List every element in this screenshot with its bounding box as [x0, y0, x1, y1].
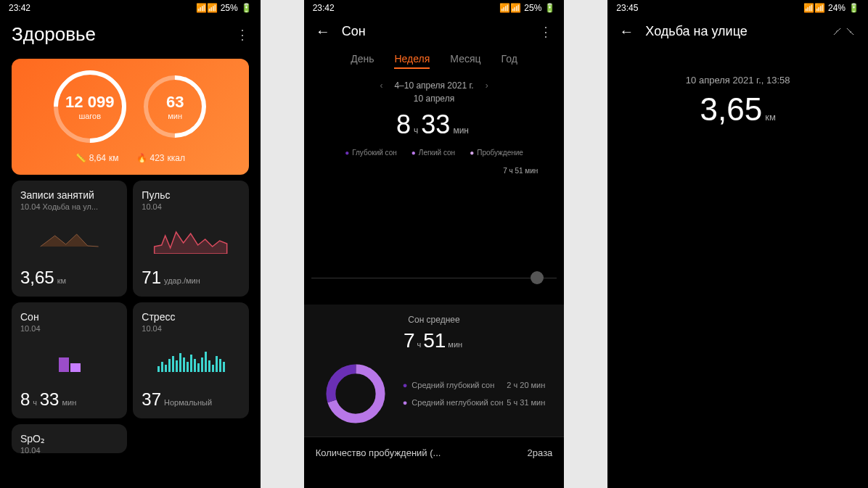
chart-legend: Глубокий сон Легкий сон Пробуждение [304, 149, 565, 157]
status-bar: 23:45 📶📶24%🔋 [607, 0, 868, 16]
chart-x-labels [311, 278, 557, 284]
card-pulse[interactable]: Пульс 10.04 71удар./мин [133, 181, 248, 297]
steps-gauge: 12 099 шагов [39, 55, 142, 157]
walk-distance: 3,65км [607, 91, 868, 128]
chevron-left-icon[interactable]: ‹ [380, 80, 382, 91]
status-bar: 23:42 📶📶25%🔋 [0, 0, 261, 16]
back-icon[interactable]: ← [316, 23, 330, 40]
phone-sleep: 23:42 📶📶25%🔋 ← Сон ⋮ ДеньНеделяМесяцГод … [304, 0, 565, 488]
status-bar: 23:42 📶📶25%🔋 [304, 0, 565, 16]
header: ← Сон ⋮ [304, 16, 565, 47]
header: Здоровье ⋮ [0, 16, 261, 53]
card-spo2[interactable]: SpO₂ 10.04 [12, 424, 127, 453]
tab-Неделя[interactable]: Неделя [394, 53, 430, 69]
status-right: 📶📶25%🔋 [196, 3, 252, 13]
selected-date: 10 апреля [304, 94, 565, 104]
phone-health: 23:42 📶📶25%🔋 Здоровье ⋮ 12 099 шагов 63 … [0, 0, 261, 488]
date-range[interactable]: ‹ 4–10 апреля 2021 г. › [304, 80, 565, 91]
card-stress[interactable]: Стресс 10.04 37Нормальный [133, 302, 248, 418]
walk-date: 10 апреля 2021 г., 13:58 [607, 75, 868, 86]
status-time: 23:45 [616, 3, 638, 13]
tab-День[interactable]: День [351, 53, 374, 69]
more-icon[interactable]: ⋮ [539, 24, 552, 40]
chevron-right-icon[interactable]: › [486, 80, 488, 91]
card-sleep[interactable]: Сон 10.04 8ч 33мин [12, 302, 127, 418]
phone-walking: 23:45 📶📶24%🔋 ← Ходьба на улице ⟋⟍ 10 апр… [607, 0, 868, 488]
sleep-donut-chart [323, 361, 388, 426]
minutes-gauge: 63 мин [131, 62, 220, 151]
header: ← Ходьба на улице ⟋⟍ [607, 16, 868, 47]
page-title: Здоровье [12, 23, 224, 46]
hero-distance: 📏 8,64 км [75, 153, 119, 163]
page-title: Сон [342, 24, 528, 39]
status-time: 23:42 [9, 3, 30, 13]
period-tabs: ДеньНеделяМесяцГод [304, 47, 565, 75]
stress-chart [157, 350, 225, 372]
back-icon[interactable]: ← [619, 23, 634, 40]
page-title: Ходьба на улице [645, 24, 819, 39]
status-time: 23:42 [313, 3, 335, 13]
sleep-weekly-chart[interactable]: 7 ч 51 мин [311, 162, 557, 278]
sleep-total: 8ч33мин [304, 109, 565, 140]
card-workouts[interactable]: Записи занятий 10.04 Ходьба на ул... 3,6… [12, 181, 127, 297]
hero-card[interactable]: 12 099 шагов 63 мин 📏 8,64 км 🔥 423 ккал [12, 59, 249, 175]
more-icon[interactable]: ⋮ [236, 27, 249, 43]
hero-calories: 🔥 423 ккал [136, 153, 185, 163]
walking-tabs [607, 47, 868, 62]
tab-Год[interactable]: Год [501, 53, 517, 69]
route-icon[interactable]: ⟋⟍ [830, 24, 856, 39]
tab-Месяц[interactable]: Месяц [450, 53, 480, 69]
wake-count-row[interactable]: Количество пробуждений (... 2раза [304, 437, 565, 468]
